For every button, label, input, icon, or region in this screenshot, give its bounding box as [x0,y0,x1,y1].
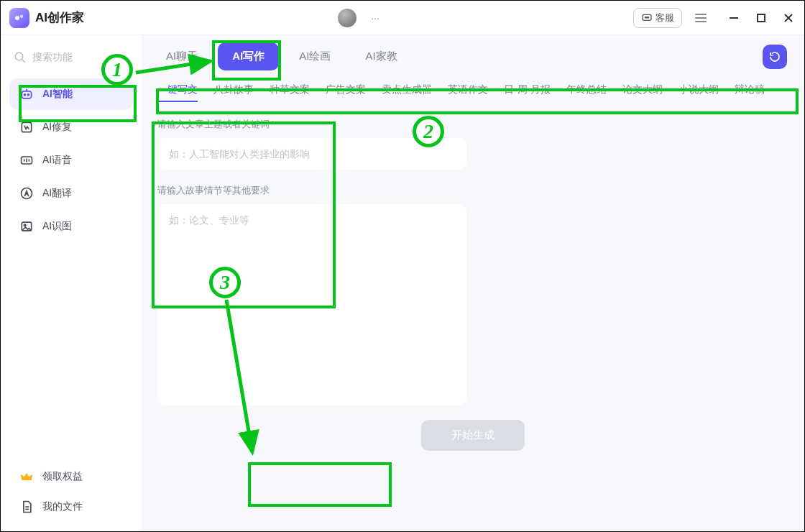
detail-textarea[interactable] [157,204,466,405]
repair-icon [19,120,34,134]
svg-point-14 [28,94,29,96]
svg-point-23 [24,224,26,226]
main-panel: AI聊天 AI写作 AI绘画 AI家教 一键写文 八卦故事 种草文案 广告文案 … [142,35,804,531]
crown-icon [19,469,34,484]
tab-ai-write[interactable]: AI写作 [218,42,279,70]
svg-line-11 [22,59,25,63]
svg-point-0 [15,16,19,20]
sidebar-item-label: AI识图 [42,220,72,233]
topic-label: 请输入文章主题或者关键词* [157,118,788,131]
svg-point-5 [648,17,648,17]
svg-point-1 [20,14,24,18]
search-input[interactable]: 搜索功能 [9,48,133,67]
top-tabs: AI聊天 AI写作 AI绘画 AI家教 [142,42,804,70]
sidebar-item-myfiles[interactable]: 我的文件 [9,492,133,521]
generate-button[interactable]: 开始生成 [421,420,525,451]
robot-icon [19,87,34,101]
sidebar-item-ai-repair[interactable]: AI修复 [9,111,133,143]
customer-service-button[interactable]: 客服 [633,8,682,28]
sidebar-item-ai-smart[interactable]: AI智能 [9,78,133,110]
subtab-selling[interactable]: 卖点生成器 [382,83,432,102]
image-icon [19,219,34,234]
subtab-novel[interactable]: 小说大纲 [678,83,719,102]
window-maximize-button[interactable] [754,11,768,25]
titlebar: AI创作家 ··· 客服 [1,1,804,35]
sidebar-item-label: 我的文件 [42,500,83,513]
avatar[interactable] [338,9,356,27]
sidebar-item-label: AI翻译 [42,187,72,200]
svg-rect-7 [758,14,765,22]
sub-tabs: 一键写文 八卦故事 种草文案 广告文案 卖点生成器 英语作文 日-周-月报 年终… [142,70,804,108]
subtab-yearend[interactable]: 年终总结 [566,83,607,102]
subtab-ad[interactable]: 广告文案 [326,83,366,102]
tab-ai-paint[interactable]: AI绘画 [285,42,345,70]
subtab-debate[interactable]: 辩论稿 [735,83,765,102]
more-icon[interactable]: ··· [371,12,380,24]
svg-rect-12 [22,91,31,98]
svg-point-10 [15,52,23,60]
sidebar-item-ai-translate[interactable]: AI翻译 [9,178,133,209]
window-close-button[interactable] [781,11,796,25]
sidebar: 搜索功能 AI智能 AI修复 AI语音 AI翻译 [1,35,142,531]
svg-point-13 [24,94,26,96]
tab-ai-tutor[interactable]: AI家教 [351,42,411,70]
tab-ai-chat[interactable]: AI聊天 [152,42,212,70]
voice-icon [19,153,34,168]
svg-point-3 [645,17,645,17]
sidebar-item-rights[interactable]: 领取权益 [9,462,133,491]
sidebar-item-label: AI智能 [42,88,73,101]
detail-label: 请输入故事情节等其他要求 [157,184,788,197]
translate-icon [19,186,34,201]
app-title: AI创作家 [35,9,84,26]
window-minimize-button[interactable] [727,11,741,25]
subtab-onekey[interactable]: 一键写文 [157,83,198,102]
subtab-report[interactable]: 日-周-月报 [504,83,551,102]
menu-icon[interactable] [692,11,709,25]
search-placeholder: 搜索功能 [32,51,73,64]
file-icon [19,500,34,514]
reset-button[interactable] [763,45,787,69]
sidebar-item-label: AI语音 [42,154,72,167]
customer-service-label: 客服 [656,12,674,24]
app-logo [9,8,29,28]
sidebar-item-label: AI修复 [42,121,72,134]
form-area: 请输入文章主题或者关键词* 请输入故事情节等其他要求 [142,108,804,408]
subtab-thesis[interactable]: 论文大纲 [622,83,663,102]
subtab-english[interactable]: 英语作文 [448,83,488,102]
subtab-gossip[interactable]: 八卦故事 [213,83,254,102]
subtab-seeding[interactable]: 种草文案 [270,83,310,102]
sidebar-item-ai-image[interactable]: AI识图 [9,211,133,242]
sidebar-item-label: 领取权益 [42,470,83,483]
svg-point-4 [646,17,647,17]
sidebar-item-ai-voice[interactable]: AI语音 [9,145,133,176]
topic-input[interactable] [157,138,466,170]
